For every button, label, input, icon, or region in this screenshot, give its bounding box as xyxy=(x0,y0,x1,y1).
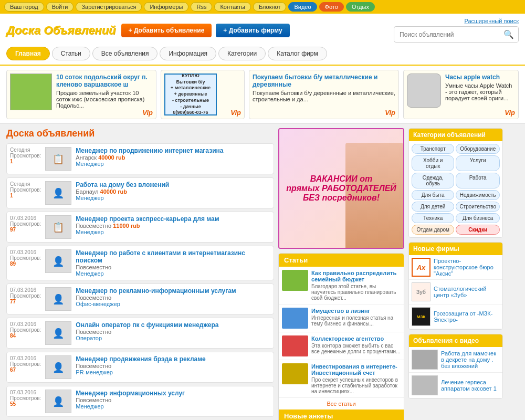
listings-title: Доска объявлений xyxy=(6,128,274,139)
search-input[interactable] xyxy=(394,28,499,41)
banner-1[interactable]: 10 соток подольский округ п. кленово вар… xyxy=(6,70,156,119)
listing-title-5[interactable]: Менеджер по рекламно-информационным услу… xyxy=(76,287,270,295)
banner-2-vip: Vip xyxy=(230,109,241,117)
listing-item[interactable]: 07.03.2016 Просмотров: 89 👤 Менеджер по … xyxy=(6,246,274,280)
video-title-2[interactable]: Лечение герпеса аппаратом эксовет 1 xyxy=(441,379,500,392)
top-nav-photo[interactable]: Фото xyxy=(319,2,344,12)
article-thumb-4 xyxy=(282,363,308,384)
firm-item-1[interactable]: Ax Проектно-конструкторское бюро "Аксис" xyxy=(409,255,502,280)
listing-item[interactable]: 07.03.2016 Просмотров: 84 👤 Онлайн опера… xyxy=(6,318,274,349)
firm-item-2[interactable]: Зуб Стоматологический центр «Зуб» xyxy=(409,280,502,304)
firm-name-3[interactable]: Грозозащита от -МЗК-Электро- xyxy=(434,310,500,323)
article-thumb-1 xyxy=(282,270,308,291)
tab-info[interactable]: Информация xyxy=(160,47,216,60)
cat-clothes[interactable]: Одежда, обувь xyxy=(412,173,454,188)
top-nav-rest[interactable]: Отдых xyxy=(346,2,375,12)
firm-item-3[interactable]: МЗК Грозозащита от -МЗК-Электро- xyxy=(409,304,502,329)
listing-item[interactable]: 07.03.2016 Просмотров: 77 👤 Менеджер по … xyxy=(6,284,274,314)
banner-3[interactable]: Покупаем бытовки б/у металлические и дер… xyxy=(249,70,399,119)
cat-realty[interactable]: Недвижимость xyxy=(456,190,500,200)
cat-equipment[interactable]: Оборудование xyxy=(456,144,500,154)
banner-1-image xyxy=(10,74,52,110)
categories-section: Категории объявлений Транспорт Оборудова… xyxy=(408,128,503,238)
cat-transport[interactable]: Транспорт xyxy=(412,144,454,154)
listing-thumb-7: 👤 xyxy=(45,355,71,379)
tab-firms-catalog[interactable]: Каталог фирм xyxy=(268,47,327,60)
cat-construction[interactable]: Строительство xyxy=(456,202,500,212)
article-item-1[interactable]: Как правильно распределить семейный бюдж… xyxy=(279,267,404,304)
top-nav-contacts[interactable]: Контакты xyxy=(214,2,251,12)
cat-free[interactable]: Отдам даром xyxy=(412,225,454,235)
video-item-2[interactable]: Лечение герпеса аппаратом эксовет 1 xyxy=(409,373,502,398)
listing-title-2[interactable]: Работа на дому без вложений xyxy=(76,181,270,188)
firm-name-1[interactable]: Проектно-конструкторское бюро "Аксис" xyxy=(434,258,500,277)
right-column: Категории объявлений Транспорт Оборудова… xyxy=(408,128,503,420)
article-item-2[interactable]: Имущество в лизинг Интересная и полезная… xyxy=(279,304,404,332)
top-nav-city[interactable]: Ваш город xyxy=(4,2,44,12)
listing-item[interactable]: Сегодня Просмотров: 1 📋 Менеджер по прод… xyxy=(6,143,274,174)
cat-children[interactable]: Для детей xyxy=(412,202,454,212)
listing-info-5: Менеджер по рекламно-информационным услу… xyxy=(76,287,270,307)
listing-item[interactable]: 07.03.2016 Просмотров: 67 👤 Менеджер про… xyxy=(6,352,274,383)
top-nav-informers[interactable]: Информеры xyxy=(144,2,188,12)
listing-title-4[interactable]: Менеджер по работе с клиентами в интерне… xyxy=(76,249,270,264)
banner-4-vip: Vip xyxy=(505,109,515,117)
article-title-4[interactable]: Инвестирования в интернете- Инвестиционн… xyxy=(311,363,401,376)
main-content: Доска объявлений Сегодня Просмотров: 1 📋… xyxy=(0,124,525,420)
video-item-1[interactable]: Работа для мамочек в декрете на дому . б… xyxy=(409,347,502,373)
add-firm-button[interactable]: + Добавить фирму xyxy=(216,24,289,37)
banner-2-image: КУПЛЮ Бытовки б/у + металлические + дере… xyxy=(164,74,217,116)
listing-thumb-5: 👤 xyxy=(45,287,71,311)
cat-business[interactable]: Для бизнеса xyxy=(456,213,500,223)
listing-meta-2: Сегодня Просмотров: 1 xyxy=(10,181,41,198)
listing-thumb-1: 📋 xyxy=(45,147,71,171)
firm-name-2[interactable]: Стоматологический центр «Зуб» xyxy=(434,286,500,298)
article-title-3[interactable]: Коллекторское агентство xyxy=(311,335,401,342)
banner-4[interactable]: Часы apple watch Умные часы Apple Watch … xyxy=(403,70,519,119)
listing-meta-1: Сегодня Просмотров: 1 xyxy=(10,147,41,164)
top-nav-register[interactable]: Зарегистрироваться xyxy=(76,2,142,12)
firm-logo-3: МЗК xyxy=(412,307,430,326)
cat-discounts[interactable]: Скидки xyxy=(456,225,500,235)
add-listing-button[interactable]: + Добавить объявление xyxy=(121,24,212,37)
listing-thumb-3: 📋 xyxy=(45,215,71,239)
center-column: ВАКАНСИИ от прямых РАБОТОДАТЕЛЕЙ БЕЗ пос… xyxy=(278,128,404,420)
listing-title-1[interactable]: Менеджер по продвижению интернет магазин… xyxy=(76,147,270,154)
video-title-1[interactable]: Работа для мамочек в декрете на дому . б… xyxy=(441,350,500,369)
listing-meta-5: 07.03.2016 Просмотров: 77 xyxy=(10,287,41,304)
promo-banner[interactable]: ВАКАНСИИ от прямых РАБОТОДАТЕЛЕЙ БЕЗ пос… xyxy=(278,128,404,249)
search-bar: 🔍 xyxy=(394,26,519,43)
listing-title-8[interactable]: Менеджер информационных услуг xyxy=(76,390,270,397)
cat-hobbies[interactable]: Хобби и отдых xyxy=(412,155,454,171)
article-title-2[interactable]: Имущество в лизинг xyxy=(311,308,401,314)
tab-home[interactable]: Главная xyxy=(6,47,50,60)
listing-item[interactable]: 07.03.2016 Просмотров: 97 📋 Менеджер про… xyxy=(6,212,274,243)
top-nav-video[interactable]: Видео xyxy=(288,2,317,12)
advanced-search-link[interactable]: Расширенный поиск xyxy=(464,18,519,24)
tab-all-listings[interactable]: Все объявления xyxy=(92,47,158,60)
cat-tech[interactable]: Техника xyxy=(412,213,454,223)
cat-household[interactable]: Для быта xyxy=(412,190,454,200)
banner-2[interactable]: КУПЛЮ Бытовки б/у + металлические + дере… xyxy=(161,70,245,119)
cat-work[interactable]: Работа xyxy=(456,173,500,188)
banner-4-image xyxy=(407,74,441,108)
banner-4-text: Часы apple watch Умные часы Apple Watch … xyxy=(445,74,515,101)
article-item-3[interactable]: Коллекторское агентство Эта контора смож… xyxy=(279,332,404,360)
top-nav-notes[interactable]: Блокнот xyxy=(253,2,287,12)
tab-categories[interactable]: Категории xyxy=(218,47,266,60)
article-item-4[interactable]: Инвестирования в интернете- Инвестиционн… xyxy=(279,360,404,398)
listing-item[interactable]: Сегодня Просмотров: 1 👤 Работа на дому б… xyxy=(6,177,274,208)
search-button[interactable]: 🔍 xyxy=(499,27,518,42)
listing-title-6[interactable]: Онлайн оператор пк с функциями менеджера xyxy=(76,321,270,329)
listing-title-3[interactable]: Менеджер проекта экспресс-карьера для ма… xyxy=(76,215,270,223)
header: Доска Объявлений + Добавить объявление +… xyxy=(0,14,525,47)
listing-thumb-6: 👤 xyxy=(45,321,71,345)
top-nav-rss[interactable]: Rss xyxy=(191,2,212,12)
listing-item[interactable]: 07.03.2016 Просмотров: 55 👤 Менеджер инф… xyxy=(6,386,274,417)
article-title-1[interactable]: Как правильно распределить семейный бюдж… xyxy=(311,270,401,282)
all-articles-link[interactable]: Все статьи xyxy=(279,398,404,410)
cat-services[interactable]: Услуги xyxy=(456,155,500,171)
listing-title-7[interactable]: Менеджер продвижения брэда в рекламе xyxy=(76,355,270,363)
tab-articles[interactable]: Статьи xyxy=(52,47,90,60)
top-nav-login[interactable]: Войти xyxy=(46,2,74,12)
